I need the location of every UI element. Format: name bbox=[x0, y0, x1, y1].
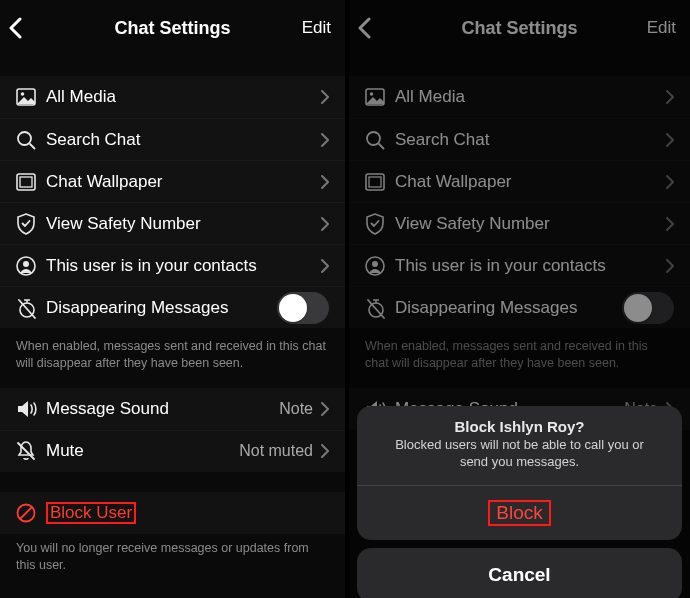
row-search-chat[interactable]: Search Chat bbox=[0, 118, 345, 160]
row-label: Chat Wallpaper bbox=[395, 172, 666, 192]
row-disappearing[interactable]: Disappearing Messages bbox=[349, 286, 690, 328]
timer-off-icon bbox=[365, 297, 387, 319]
right-pane: Chat Settings Edit All Media Search Chat… bbox=[345, 0, 690, 598]
chevron-right-icon bbox=[321, 259, 329, 273]
chevron-left-icon bbox=[8, 17, 22, 39]
sheet-header: Block Ishlyn Roy? Blocked users will not… bbox=[357, 406, 682, 485]
row-label: View Safety Number bbox=[46, 214, 321, 234]
disappearing-hint: When enabled, messages sent and received… bbox=[349, 328, 690, 388]
back-button[interactable] bbox=[357, 17, 371, 39]
row-label: This user is in your contacts bbox=[395, 256, 666, 276]
row-in-contacts[interactable]: This user is in your contacts bbox=[349, 244, 690, 286]
svg-rect-4 bbox=[20, 177, 32, 187]
row-label: All Media bbox=[395, 87, 666, 107]
row-block-user[interactable]: Block User bbox=[0, 492, 345, 534]
sheet-block-highlight: Block bbox=[488, 500, 550, 526]
page-title: Chat Settings bbox=[114, 18, 230, 39]
disappearing-hint: When enabled, messages sent and received… bbox=[0, 328, 345, 388]
chevron-right-icon bbox=[321, 444, 329, 458]
block-action-sheet: Block Ishlyn Roy? Blocked users will not… bbox=[357, 406, 682, 598]
svg-point-11 bbox=[367, 132, 380, 145]
section-block: Block User bbox=[0, 492, 345, 534]
row-view-safety[interactable]: View Safety Number bbox=[0, 202, 345, 244]
row-label: Search Chat bbox=[395, 130, 666, 150]
svg-point-1 bbox=[21, 92, 25, 96]
svg-point-6 bbox=[23, 261, 29, 267]
left-pane: Chat Settings Edit All Media Search Chat… bbox=[0, 0, 345, 598]
row-value: Note bbox=[279, 400, 313, 418]
row-chat-wallpaper[interactable]: Chat Wallpaper bbox=[349, 160, 690, 202]
disappearing-toggle[interactable] bbox=[622, 292, 674, 324]
row-message-sound[interactable]: Message Sound Note bbox=[0, 388, 345, 430]
wallpaper-icon bbox=[16, 173, 36, 191]
svg-point-10 bbox=[370, 92, 374, 96]
chevron-right-icon bbox=[666, 90, 674, 104]
bell-off-icon bbox=[16, 440, 36, 462]
person-icon bbox=[365, 256, 385, 276]
row-label: Message Sound bbox=[46, 399, 279, 419]
chevron-right-icon bbox=[321, 175, 329, 189]
search-icon bbox=[16, 130, 36, 150]
edit-button[interactable]: Edit bbox=[302, 18, 331, 38]
row-label: Chat Wallpaper bbox=[46, 172, 321, 192]
photo-icon bbox=[16, 88, 36, 106]
block-user-highlight: Block User bbox=[46, 502, 136, 524]
chevron-left-icon bbox=[357, 17, 371, 39]
chevron-right-icon bbox=[321, 217, 329, 231]
row-label: This user is in your contacts bbox=[46, 256, 321, 276]
row-all-media[interactable]: All Media bbox=[349, 76, 690, 118]
sheet-cancel-button[interactable]: Cancel bbox=[357, 548, 682, 598]
block-hint: You will no longer receive messages or u… bbox=[0, 534, 345, 590]
block-icon bbox=[16, 503, 36, 523]
row-label: Search Chat bbox=[46, 130, 321, 150]
row-mute[interactable]: Mute Not muted bbox=[0, 430, 345, 472]
row-value: Not muted bbox=[239, 442, 313, 460]
section-general: All Media Search Chat Chat Wallpaper Vie… bbox=[349, 76, 690, 328]
timer-off-icon bbox=[16, 297, 38, 319]
svg-point-15 bbox=[372, 261, 378, 267]
sheet-subtitle: Blocked users will not be able to call y… bbox=[381, 437, 658, 471]
svg-point-2 bbox=[18, 132, 31, 145]
photo-icon bbox=[365, 88, 385, 106]
row-label: Mute bbox=[46, 441, 239, 461]
row-search-chat[interactable]: Search Chat bbox=[349, 118, 690, 160]
sheet-card: Block Ishlyn Roy? Blocked users will not… bbox=[357, 406, 682, 540]
row-label: Disappearing Messages bbox=[395, 298, 622, 318]
row-chat-wallpaper[interactable]: Chat Wallpaper bbox=[0, 160, 345, 202]
chevron-right-icon bbox=[321, 402, 329, 416]
edit-button[interactable]: Edit bbox=[647, 18, 676, 38]
wallpaper-icon bbox=[365, 173, 385, 191]
header: Chat Settings Edit bbox=[349, 0, 690, 56]
svg-rect-13 bbox=[369, 177, 381, 187]
speaker-icon bbox=[16, 399, 38, 419]
chevron-right-icon bbox=[666, 133, 674, 147]
shield-icon bbox=[365, 213, 385, 235]
row-disappearing[interactable]: Disappearing Messages bbox=[0, 286, 345, 328]
row-label: View Safety Number bbox=[395, 214, 666, 234]
header: Chat Settings Edit bbox=[0, 0, 345, 56]
shield-icon bbox=[16, 213, 36, 235]
row-label: Disappearing Messages bbox=[46, 298, 277, 318]
row-in-contacts[interactable]: This user is in your contacts bbox=[0, 244, 345, 286]
sheet-title: Block Ishlyn Roy? bbox=[381, 418, 658, 435]
disappearing-toggle[interactable] bbox=[277, 292, 329, 324]
chevron-right-icon bbox=[666, 217, 674, 231]
person-icon bbox=[16, 256, 36, 276]
chevron-right-icon bbox=[666, 259, 674, 273]
row-label: All Media bbox=[46, 87, 321, 107]
section-general: All Media Search Chat Chat Wallpaper Vie… bbox=[0, 76, 345, 328]
row-view-safety[interactable]: View Safety Number bbox=[349, 202, 690, 244]
search-icon bbox=[365, 130, 385, 150]
section-sound: Message Sound Note Mute Not muted bbox=[0, 388, 345, 472]
sheet-block-button[interactable]: Block bbox=[357, 485, 682, 540]
block-user-label: Block User bbox=[46, 502, 329, 524]
chevron-right-icon bbox=[321, 133, 329, 147]
chevron-right-icon bbox=[321, 90, 329, 104]
back-button[interactable] bbox=[8, 17, 22, 39]
row-all-media[interactable]: All Media bbox=[0, 76, 345, 118]
chevron-right-icon bbox=[666, 175, 674, 189]
page-title: Chat Settings bbox=[461, 18, 577, 39]
